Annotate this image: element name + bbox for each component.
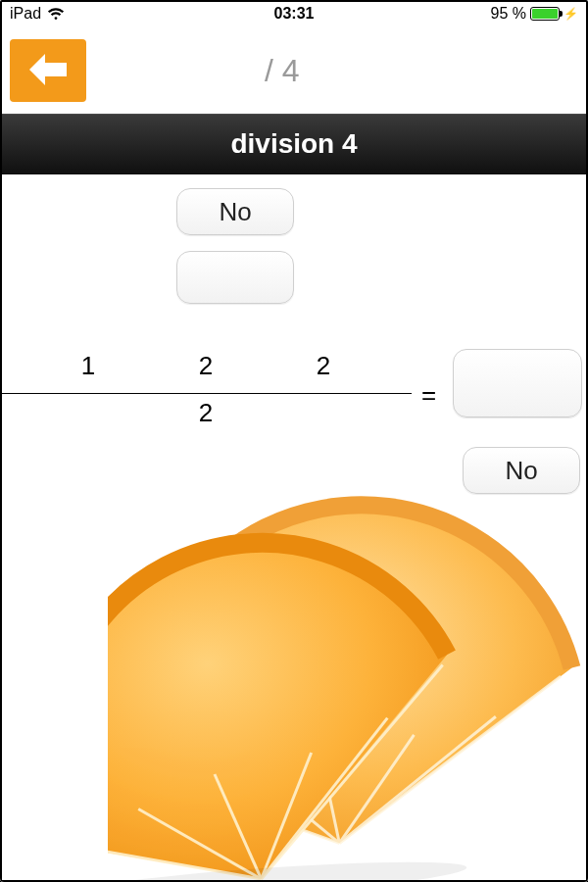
fraction-divisor: 2 [0,398,412,428]
numerator-1: 1 [81,351,95,381]
status-time: 03:31 [274,5,315,23]
svg-line-9 [215,771,262,882]
section-title: division 4 [0,114,588,174]
back-button[interactable] [10,39,86,102]
back-arrow-icon [25,52,71,90]
svg-line-4 [214,748,351,843]
main-area: No 1 2 2 2 = No [0,174,588,882]
svg-line-3 [301,731,355,843]
svg-line-10 [138,801,261,882]
device-label: iPad [10,5,41,23]
svg-line-1 [339,698,496,862]
charging-icon: ⚡ [564,8,578,20]
svg-line-7 [251,718,398,879]
svg-point-12 [108,854,467,882]
svg-line-6 [247,664,457,878]
wifi-icon [47,7,65,21]
battery-percent: 95 % [491,5,526,23]
svg-line-0 [339,649,561,870]
input-top[interactable] [176,251,294,304]
numerator-2: 2 [199,351,213,381]
svg-line-2 [339,727,414,852]
nav-bar: / 4 [0,27,588,114]
status-bar: iPad 03:31 95 % ⚡ [0,0,588,27]
svg-line-11 [108,835,262,882]
no-button-right[interactable]: No [463,447,580,494]
svg-line-5 [150,778,345,844]
equals-sign: = [421,380,436,411]
no-button-top[interactable]: No [176,188,294,235]
page-title: / 4 [265,53,300,89]
numerator-3: 2 [317,351,330,381]
svg-line-8 [253,753,320,879]
battery-icon [530,7,560,21]
fraction-numerator-row: 1 2 2 [0,351,412,394]
answer-input[interactable] [453,349,582,417]
